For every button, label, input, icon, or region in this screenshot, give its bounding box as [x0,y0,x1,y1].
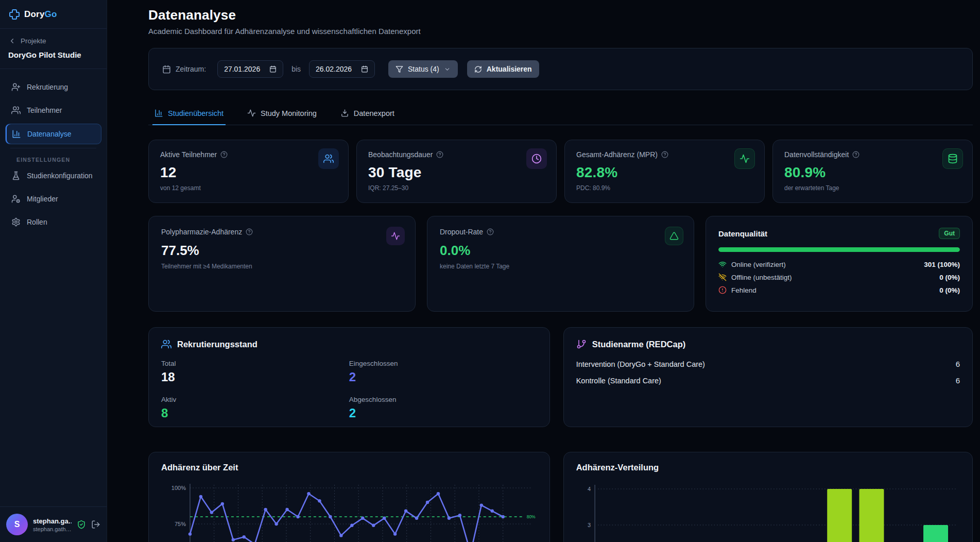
stat-label: Gesamt-Adhärenz (MPR) [576,150,658,159]
quality-progress-track [718,247,960,252]
study-arm-label: Intervention (DoryGo + Standard Care) [576,360,705,368]
metric-icon-box [665,227,683,245]
sidebar-item-datenanalyse[interactable]: Datenanalyse [5,124,101,144]
study-arm-row-intervention: Intervention (DoryGo + Standard Care) 6 [576,360,960,368]
status-filter-label: Status (4) [408,65,439,73]
sidebar: DoryGo Projekte DoryGo Pilot Studie Rekr… [0,0,107,542]
stat-sub: von 12 gesamt [160,184,337,192]
stat-sub: IQR: 27.25–30 [368,184,545,192]
brand-logo[interactable]: DoryGo [0,0,107,29]
stat-value: 12 [160,164,337,181]
sidebar-item-label: Datenanalyse [27,130,72,138]
quality-progress-fill [718,247,960,252]
help-icon[interactable] [661,151,668,158]
quality-row-value: 0 (0%) [939,286,960,294]
shield-check-icon [77,520,86,529]
zeitraum-label: Zeitraum: [176,65,206,73]
activity-icon [247,109,256,117]
help-icon[interactable] [852,151,859,158]
sidebar-nav: Rekrutierung Teilnehmer Datenanalyse EIN… [0,69,107,241]
recruitment-stat-aktiv: Aktiv 8 [161,396,349,420]
quality-row-label: Fehlend [731,286,757,294]
calendar-icon [162,65,171,74]
settings-section-label: EINSTELLUNGEN [5,148,101,166]
sidebar-item-studienkonfiguration[interactable]: Studienkonfiguration [5,166,101,185]
users-icon [161,339,171,349]
user-gear-icon [11,194,21,204]
adherence-time-chart-card: Adhärenz über Zeit 100%75%80% [148,452,550,542]
adherence-bar-chart: 432 [576,481,960,542]
adherence-line-chart: 100%75%80% [161,481,537,542]
metric-card-dropout: Dropout-Rate 0.0% keine Daten letzte 7 T… [427,216,694,312]
wifi-icon [718,260,727,268]
wifi-off-icon [718,273,727,281]
refresh-icon [474,65,482,73]
metric-value: 77.5% [161,243,403,259]
sidebar-item-teilnehmer[interactable]: Teilnehmer [5,100,101,120]
tab-datenexport[interactable]: Datenexport [338,104,397,125]
study-arm-value: 6 [956,360,960,368]
metric-icon-box [386,227,405,245]
metric-label: Dropout-Rate [440,228,483,236]
metric-card-polypharmazie: Polypharmazie-Adhärenz 77.5% Teilnehmer … [148,216,416,312]
stat-card-aktive-teilnehmer: Aktive Teilnehmer 12 von 12 gesamt [148,140,349,203]
activity-icon [740,154,750,164]
status-filter-dropdown[interactable]: Status (4) [388,60,458,78]
flask-icon [11,171,21,180]
quality-row-offline: Offline (unbestätigt) 0 (0%) [718,273,960,281]
stat-sub: PDC: 80.9% [576,184,753,192]
gear-icon [11,217,21,227]
date-from-input[interactable]: 27.01.2026 [217,60,283,78]
avatar[interactable]: S [6,514,28,535]
stat-icon-box [734,148,755,169]
tab-study-monitoring[interactable]: Study Monitoring [245,104,319,125]
study-arm-value: 6 [956,376,960,385]
back-to-projects-link[interactable]: Projekte [8,37,98,45]
svg-text:75%: 75% [175,521,186,527]
stat-icon-box [318,148,339,169]
project-block: Projekte DoryGo Pilot Studie [0,29,107,69]
quality-row-value: 0 (0%) [939,274,960,281]
date-to-input[interactable]: 26.02.2026 [309,60,375,78]
recruitment-stat-value: 18 [161,370,349,384]
tab-studienuebersicht[interactable]: Studienübersicht [152,104,226,125]
stat-value: 30 Tage [368,164,545,181]
stat-card-gesamt-adhaerenz: Gesamt-Adhärenz (MPR) 82.8% PDC: 80.9% [564,140,765,203]
help-icon[interactable] [220,151,228,158]
user-plus-icon [11,82,21,92]
sidebar-item-rekrutierung[interactable]: Rekrutierung [5,77,101,97]
quality-row-value: 301 (100%) [924,261,960,268]
tab-label: Study Monitoring [261,109,317,117]
chevron-down-icon [444,66,451,73]
page-title: Datenanalyse [148,7,973,23]
metric-card-row: Polypharmazie-Adhärenz 77.5% Teilnehmer … [148,216,973,312]
user-email: stephan.gath… [33,526,72,532]
back-link-label: Projekte [21,37,46,45]
stat-value: 80.9% [784,164,961,181]
page-subtitle: Academic Dashboard für Adhärenzanalyse u… [148,27,973,36]
help-icon[interactable] [436,151,443,158]
metric-sub: keine Daten letzte 7 Tage [440,263,681,270]
stat-label: Aktive Teilnehmer [160,150,217,159]
quality-row-label: Offline (unbestätigt) [731,274,792,281]
refresh-button[interactable]: Aktualisieren [467,60,539,78]
help-icon[interactable] [246,228,253,235]
sidebar-item-rollen[interactable]: Rollen [5,212,101,232]
adherence-distribution-chart-card: Adhärenz-Verteilung 432 [563,452,973,542]
database-icon [948,154,958,164]
recruitment-stat-value: 8 [161,406,349,420]
quality-rows: Online (verifiziert) 301 (100%) Offline … [718,260,960,294]
recruitment-stat-value: 2 [349,370,537,384]
git-branch-icon [576,339,587,349]
logo-cross-icon [8,8,21,21]
help-icon[interactable] [487,228,494,235]
user-profile-block: S stephan.ga… stephan.gath… [0,506,107,542]
recruitment-card: Rekrutierungsstand Total 18 Eingeschloss… [148,327,550,427]
sidebar-item-mitglieder[interactable]: Mitglieder [5,189,101,209]
sidebar-item-label: Teilnehmer [27,106,62,114]
user-name: stephan.ga… [33,517,72,525]
logout-icon[interactable] [91,520,100,529]
metric-label: Polypharmazie-Adhärenz [161,228,242,236]
date-from-value: 27.01.2026 [224,65,260,73]
bar-chart-icon [154,109,163,117]
